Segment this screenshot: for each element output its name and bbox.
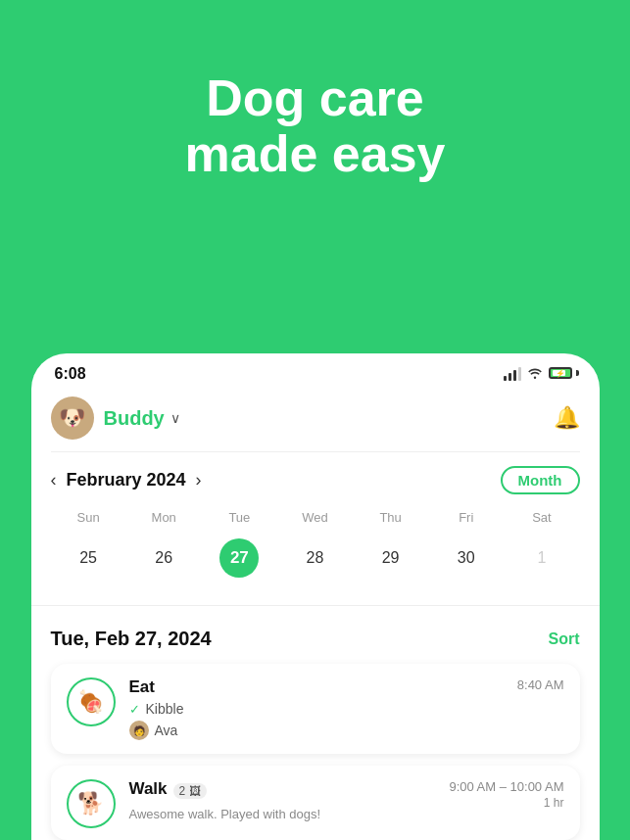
day-header-tue: Tue: [215, 506, 264, 529]
calendar-day-29[interactable]: 29: [366, 541, 415, 575]
status-time: 6:08: [55, 365, 86, 383]
hero-section: Dog care made easy: [0, 0, 630, 225]
prev-month-button[interactable]: ‹: [51, 470, 57, 490]
day-header-fri: Fri: [442, 506, 491, 529]
dog-name: Buddy: [104, 407, 165, 430]
event-card-walk[interactable]: 🐕 Walk 2 🖼 Awesome walk. Played with dog…: [51, 766, 580, 840]
month-year-label: February 2024: [67, 470, 186, 490]
next-month-button[interactable]: ›: [196, 470, 202, 490]
calendar-section: ‹ February 2024 › Month Sun Mon Tue Wed …: [31, 452, 600, 597]
app-header: 🐶 Buddy ∨ 🔔: [31, 389, 600, 451]
walk-event-title: Walk: [129, 779, 168, 799]
calendar-day-25[interactable]: 25: [64, 541, 113, 575]
eat-time-block: 8:40 AM: [517, 677, 564, 692]
walk-icon-circle: 🐕: [67, 779, 116, 828]
hero-title: Dog care made easy: [39, 35, 591, 206]
calendar-day-30[interactable]: 30: [442, 541, 491, 575]
walk-badge: 2 🖼: [173, 783, 207, 799]
walk-title-row: Walk 2 🖼: [129, 779, 436, 803]
dog-profile[interactable]: 🐶 Buddy ∨: [51, 397, 180, 440]
day-header-wed: Wed: [290, 506, 339, 529]
day-header-sat: Sat: [517, 506, 566, 529]
calendar-day-28[interactable]: 28: [290, 541, 339, 575]
walk-time-range: 9:00 AM – 10:00 AM: [449, 779, 563, 794]
ava-name: Ava: [155, 723, 178, 738]
eat-time: 8:40 AM: [517, 677, 564, 692]
day-header-mon: Mon: [139, 506, 188, 529]
dog-avatar: 🐶: [51, 397, 94, 440]
status-bar: 6:08 ⚡: [31, 353, 600, 389]
ava-avatar: 🧑: [129, 721, 149, 740]
sort-button[interactable]: Sort: [549, 630, 580, 648]
dog-name-row: Buddy ∨: [104, 407, 180, 430]
event-card-eat[interactable]: 🍖 Eat ✓ Kibble 🧑 Ava 8:40 AM: [51, 664, 580, 754]
calendar-day-27[interactable]: 27: [215, 535, 264, 582]
walk-desc: Awesome walk. Played with dogs!: [129, 807, 436, 821]
battery-icon: ⚡: [549, 367, 576, 381]
eat-event-title: Eat: [129, 677, 504, 697]
events-header: Tue, Feb 27, 2024 Sort: [51, 628, 580, 650]
walk-badge-label: 2 🖼: [179, 784, 201, 798]
cal-nav-left: ‹ February 2024 ›: [51, 470, 202, 490]
eat-event-sub: ✓ Kibble: [129, 701, 504, 717]
signal-icon: [504, 367, 521, 381]
events-date-label: Tue, Feb 27, 2024: [51, 628, 212, 650]
day-header-sun: Sun: [64, 506, 113, 529]
walk-duration: 1 hr: [544, 796, 564, 810]
calendar-day-1[interactable]: 1: [517, 541, 566, 575]
walk-time-block: 9:00 AM – 10:00 AM 1 hr: [449, 779, 563, 810]
walk-event-content: Walk 2 🖼 Awesome walk. Played with dogs!: [129, 779, 436, 821]
eat-ava-row: 🧑 Ava: [129, 721, 504, 740]
month-view-button[interactable]: Month: [501, 466, 580, 494]
day-header-thu: Thu: [366, 506, 415, 529]
calendar-day-26[interactable]: 26: [139, 541, 188, 575]
eat-sub-label: Kibble: [146, 701, 184, 717]
events-section: Tue, Feb 27, 2024 Sort 🍖 Eat ✓ Kibble 🧑 …: [31, 614, 600, 840]
bell-icon[interactable]: 🔔: [554, 405, 580, 431]
eat-event-content: Eat ✓ Kibble 🧑 Ava: [129, 677, 504, 740]
status-icons: ⚡: [504, 366, 576, 382]
wifi-icon: [527, 366, 543, 382]
chevron-down-icon[interactable]: ∨: [170, 410, 180, 426]
eat-icon-circle: 🍖: [67, 677, 116, 726]
calendar-day-headers: Sun Mon Tue Wed Thu Fri Sat: [51, 506, 580, 529]
calendar-days-row: 25 26 27 28 29 30 1: [51, 535, 580, 582]
calendar-nav: ‹ February 2024 › Month: [51, 466, 580, 494]
phone-mockup: 6:08 ⚡: [31, 353, 600, 840]
calendar-divider: [31, 605, 600, 606]
check-icon: ✓: [129, 702, 140, 717]
